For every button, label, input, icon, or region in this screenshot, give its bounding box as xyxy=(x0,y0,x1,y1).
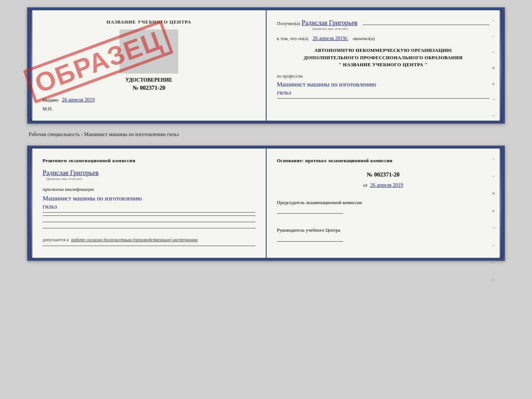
separator-line-1 xyxy=(43,215,255,216)
bottom-doc-right-panel: Основание: протокол экзаменационной коми… xyxy=(267,149,500,258)
side-dash-2: – xyxy=(492,33,497,39)
vydano-prefix: Выдано xyxy=(43,97,58,103)
date-value: 26 апреля 2019г. xyxy=(313,36,348,42)
bottom-document: Решением экзаменационной комиссии Радисл… xyxy=(27,146,505,261)
top-doc-right-panel: Получил(а) Радислав Григорьев (фамилия, … xyxy=(267,10,500,121)
org-block: АВТОНОМНУЮ НЕКОММЕРЧЕСКУЮ ОРГАНИЗАЦИЮ ДО… xyxy=(277,47,490,68)
top-document: НАЗВАНИЕ УЧЕБНОГО ЦЕНТРА УДОСТОВЕРЕНИЕ №… xyxy=(27,7,505,124)
training-center-title: НАЗВАНИЕ УЧЕБНОГО ЦЕНТРА xyxy=(107,19,191,25)
qualification-label: присвоена квалификация xyxy=(43,186,255,192)
mp-label: М.П. xyxy=(43,106,53,112)
bottom-name-block: Радислав Григорьев (фамилия, имя, отчест… xyxy=(43,169,255,181)
bottom-right-side-dashes: – – и а ← – – – xyxy=(492,156,497,282)
spine-bottom-right xyxy=(500,149,502,258)
chairman-block: Председатель экзаменационной комиссии xyxy=(277,199,490,220)
resolution-text: Решением экзаменационной комиссии xyxy=(43,157,255,164)
org-name: " НАЗВАНИЕ УЧЕБНОГО ЦЕНТРА " xyxy=(277,61,490,68)
ot-date-value: 26 апреля 2019 xyxy=(370,182,403,188)
side-dash-4: – xyxy=(492,113,497,118)
b-side-dash-2: – xyxy=(492,173,497,179)
received-prefix: Получил(а) xyxy=(277,21,300,26)
cert-number: № 002371-20 xyxy=(133,85,165,91)
osnov-title: Основание: протокол экзаменационной коми… xyxy=(277,157,490,164)
profession-value: Машинист машины по изготовлению гильз xyxy=(277,81,490,99)
fio-sublabel: (фамилия, имя, отчество) xyxy=(312,27,348,31)
okончил-label: окончил(а) xyxy=(353,36,375,42)
side-dash-3: – xyxy=(492,49,497,55)
cert-photo-area xyxy=(119,29,178,74)
vydano-date: 26 апреля 2019 xyxy=(62,97,95,103)
bottom-person-name: Радислав Григорьев xyxy=(43,169,98,177)
received-name-block: Радислав Григорьев (фамилия, имя, отчест… xyxy=(302,19,359,31)
head-block: Руководитель учебного Центра xyxy=(277,227,490,247)
dash-1 xyxy=(363,25,489,25)
spine-right xyxy=(500,10,502,121)
profession-label: по профессии xyxy=(277,74,490,79)
head-sig-line xyxy=(277,241,343,242)
head-label: Руководитель учебного Центра xyxy=(277,227,490,234)
допускается-prefix: допускается к xyxy=(43,237,69,242)
cert-label: УДОСТОВЕРЕНИЕ xyxy=(126,77,172,83)
separator-line-4 xyxy=(43,246,255,246)
date-prefix: в том, что он(а) xyxy=(277,36,309,42)
b-side-dash-и: и xyxy=(492,190,497,196)
qualification-value: Машинист машины по изготовлению гильз xyxy=(43,195,255,213)
bottom-doc-left-panel: Решением экзаменационной комиссии Радисл… xyxy=(32,149,267,258)
separator-line-2 xyxy=(43,222,255,222)
org-line1: АВТОНОМНУЮ НЕКОММЕРЧЕСКУЮ ОРГАНИЗАЦИЮ xyxy=(277,47,490,54)
b-side-dash-arrow: ← xyxy=(492,225,497,231)
ot-date-row: от 26 апреля 2019 xyxy=(277,182,490,188)
ot-prefix: от xyxy=(363,182,368,188)
допускается-block: допускается к работе согласно должностны… xyxy=(43,231,255,243)
chairman-sig-line xyxy=(277,213,343,214)
received-row: Получил(а) Радислав Григорьев (фамилия, … xyxy=(277,19,490,31)
b-side-dash-а: а xyxy=(492,208,497,213)
separator-line-3 xyxy=(43,228,255,228)
date-row: в том, что он(а) 26 апреля 2019г. окончи… xyxy=(277,36,490,42)
received-name: Радислав Григорьев xyxy=(302,19,357,27)
bottom-fio-sublabel: (фамилия, имя, отчество) xyxy=(46,177,82,181)
chairman-label: Председатель экзаменационной комиссии xyxy=(277,199,490,206)
right-side-dashes: – – – и а ← – xyxy=(492,18,497,118)
side-dash-1: – xyxy=(492,18,497,23)
separator-text: Рабочая специальность - Машинист машины … xyxy=(27,129,505,140)
vydano-row: Выдано 26 апреля 2019 xyxy=(43,97,95,103)
допускается-value: работе согласно должностным (производств… xyxy=(71,237,198,242)
side-dash-arrow: ← xyxy=(492,97,497,102)
side-dash-и: и xyxy=(492,65,497,71)
top-doc-left-panel: НАЗВАНИЕ УЧЕБНОГО ЦЕНТРА УДОСТОВЕРЕНИЕ №… xyxy=(32,10,267,121)
protocol-number: № 002371-20 xyxy=(277,171,490,178)
b-side-dash-5: – xyxy=(492,277,497,282)
side-dash-а: а xyxy=(492,81,497,86)
b-side-dash-3: – xyxy=(492,242,497,248)
b-side-dash-1: – xyxy=(492,156,497,161)
org-line2: ДОПОЛНИТЕЛЬНОГО ПРОФЕССИОНАЛЬНОГО ОБРАЗО… xyxy=(277,54,490,61)
b-side-dash-4: – xyxy=(492,260,497,265)
